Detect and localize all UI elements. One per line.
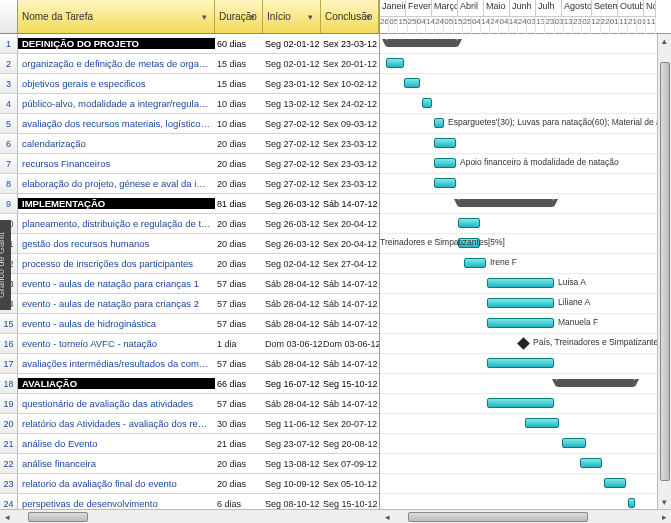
task-start[interactable]: Sáb 28-04-12 [263, 399, 321, 409]
table-row[interactable]: 14evento - aulas de natação para criança… [0, 294, 379, 314]
task-bar[interactable] [487, 398, 554, 408]
task-end[interactable]: Sex 07-09-12 [321, 459, 379, 469]
gantt-row[interactable] [380, 374, 671, 394]
task-duration[interactable]: 20 dias [215, 479, 263, 489]
dropdown-icon[interactable]: ▾ [202, 12, 212, 22]
header-start[interactable]: Início ▾ [263, 0, 321, 33]
side-tab-gantt[interactable]: Gráfico de Gantt [0, 220, 11, 310]
task-name[interactable]: evento - torneio AVFC - natação [18, 338, 215, 349]
task-end[interactable]: Seg 15-10-12 [321, 499, 379, 509]
table-row[interactable]: 23relatorio da avaliação final do evento… [0, 474, 379, 494]
task-duration[interactable]: 20 dias [215, 139, 263, 149]
dropdown-icon[interactable]: ▾ [366, 12, 376, 22]
table-row[interactable]: 4público-alvo, modalidade a integrar/reg… [0, 94, 379, 114]
task-bar[interactable] [604, 478, 626, 488]
task-name[interactable]: gestão dos recursos humanos [18, 238, 215, 249]
task-bar[interactable] [464, 258, 486, 268]
gantt-row[interactable] [380, 354, 671, 374]
task-end[interactable]: Seg 20-08-12 [321, 439, 379, 449]
task-name[interactable]: processo de inscrições dos participantes [18, 258, 215, 269]
task-end[interactable]: Dom 03-06-12 [321, 339, 379, 349]
task-end[interactable]: Sex 23-03-12 [321, 179, 379, 189]
task-bar[interactable] [562, 438, 586, 448]
task-bar[interactable] [386, 58, 404, 68]
task-duration[interactable]: 6 dias [215, 499, 263, 509]
table-row[interactable]: 8elaboração do projeto, génese e aval da… [0, 174, 379, 194]
task-bar[interactable] [487, 298, 554, 308]
task-bar[interactable] [458, 218, 480, 228]
table-row[interactable]: 19questionário de avaliação das atividad… [0, 394, 379, 414]
task-duration[interactable]: 20 dias [215, 179, 263, 189]
task-bar[interactable] [422, 98, 432, 108]
task-duration[interactable]: 57 dias [215, 279, 263, 289]
table-row[interactable]: 10planeamento, distribuição e regulação … [0, 214, 379, 234]
gantt-row[interactable]: Manuela F [380, 314, 671, 334]
table-row[interactable]: 13evento - aulas de natação para criança… [0, 274, 379, 294]
dropdown-icon[interactable]: ▾ [308, 12, 318, 22]
header-end[interactable]: Conclusão ▾ [321, 0, 379, 33]
table-row[interactable]: 5avaliação dos recursos materiais, logís… [0, 114, 379, 134]
hscroll-left[interactable]: ◂ ▸ [0, 509, 380, 523]
task-duration[interactable]: 20 dias [215, 459, 263, 469]
task-start[interactable]: Seg 27-02-12 [263, 159, 321, 169]
task-duration[interactable]: 20 dias [215, 259, 263, 269]
task-end[interactable]: Sex 20-04-12 [321, 219, 379, 229]
task-end[interactable]: Sáb 14-07-12 [321, 399, 379, 409]
gantt-row[interactable]: Apoio financeiro à modalidade de natação [380, 154, 671, 174]
hscroll-right[interactable]: ◂ ▸ [380, 509, 671, 523]
task-name[interactable]: AVALIAÇÃO [18, 378, 215, 389]
task-duration[interactable]: 10 dias [215, 119, 263, 129]
task-name[interactable]: organização e definição de metas de orga… [18, 58, 215, 69]
summary-bar[interactable] [458, 199, 554, 207]
task-start[interactable]: Seg 16-07-12 [263, 379, 321, 389]
task-duration[interactable]: 20 dias [215, 239, 263, 249]
task-end[interactable]: Sex 05-10-12 [321, 479, 379, 489]
task-bar[interactable] [487, 278, 554, 288]
task-name[interactable]: análise do Evento [18, 438, 215, 449]
gantt-row[interactable]: Irene F [380, 254, 671, 274]
table-row[interactable]: 17avaliações intermédias/resultados da c… [0, 354, 379, 374]
task-start[interactable]: Seg 11-06-12 [263, 419, 321, 429]
task-bar[interactable] [404, 78, 420, 88]
task-start[interactable]: Seg 23-07-12 [263, 439, 321, 449]
task-duration[interactable]: 15 dias [215, 79, 263, 89]
task-duration[interactable]: 60 dias [215, 39, 263, 49]
gantt-row[interactable] [380, 194, 671, 214]
task-duration[interactable]: 57 dias [215, 359, 263, 369]
scroll-left-icon[interactable]: ◂ [380, 510, 394, 524]
task-duration[interactable]: 57 dias [215, 299, 263, 309]
task-start[interactable]: Sáb 28-04-12 [263, 319, 321, 329]
header-name[interactable]: Nome da Tarefa ▾ [18, 0, 215, 33]
header-duration[interactable]: Duração ▾ [215, 0, 263, 33]
task-bar[interactable] [628, 498, 635, 508]
gantt-row[interactable]: País, Treinadores e Simpatizantes [380, 334, 671, 354]
table-row[interactable]: 22análise financeira20 diasSeg 13-08-12S… [0, 454, 379, 474]
task-start[interactable]: Seg 08-10-12 [263, 499, 321, 509]
task-name[interactable]: avaliação dos recursos materiais, logíst… [18, 118, 215, 129]
task-start[interactable]: Seg 27-02-12 [263, 119, 321, 129]
task-end[interactable]: Sáb 14-07-12 [321, 299, 379, 309]
task-duration[interactable]: 10 dias [215, 99, 263, 109]
summary-bar[interactable] [386, 39, 458, 47]
task-name[interactable]: questionário de avaliação das atividades [18, 398, 215, 409]
task-bar[interactable] [487, 358, 554, 368]
gantt-row[interactable] [380, 54, 671, 74]
task-name[interactable]: DEFINIÇÃO DO PROJETO [18, 38, 215, 49]
task-duration[interactable]: 1 dia [215, 339, 263, 349]
scroll-left-icon[interactable]: ◂ [0, 510, 14, 524]
task-start[interactable]: Seg 13-02-12 [263, 99, 321, 109]
task-duration[interactable]: 30 dias [215, 419, 263, 429]
task-name[interactable]: evento - aulas de natação para crianças … [18, 278, 215, 289]
gantt-body[interactable]: Esparguetes'(30); Luvas para natação(60)… [380, 34, 671, 514]
task-name[interactable]: relatorio da avaliação final do evento [18, 478, 215, 489]
task-duration[interactable]: 57 dias [215, 319, 263, 329]
task-name[interactable]: evento - aulas de hidroginástica [18, 318, 215, 329]
task-start[interactable]: Seg 02-01-12 [263, 39, 321, 49]
task-name[interactable]: público-alvo, modalidade a integrar/regu… [18, 98, 215, 109]
gantt-row[interactable]: Liliane A [380, 294, 671, 314]
hscroll-thumb[interactable] [28, 512, 88, 522]
task-end[interactable]: Sáb 14-07-12 [321, 279, 379, 289]
summary-bar[interactable] [556, 379, 635, 387]
task-duration[interactable]: 21 dias [215, 439, 263, 449]
task-name[interactable]: IMPLEMENTAÇÃO [18, 198, 215, 209]
